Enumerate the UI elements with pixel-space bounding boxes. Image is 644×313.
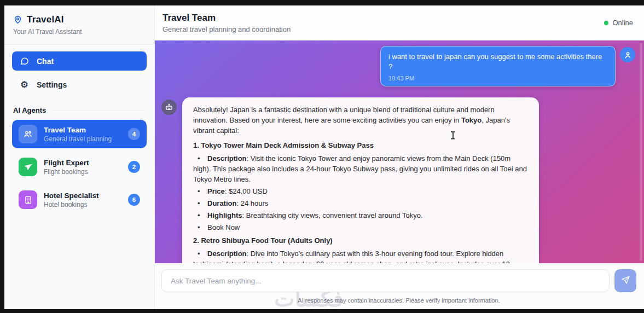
- message-bullet: •Price: $24.00 USD: [193, 186, 528, 196]
- chat-bubble-icon: [20, 56, 29, 66]
- bullet-icon: •: [198, 222, 202, 233]
- composer: فكسات AI responses may contain inaccurac…: [155, 263, 644, 309]
- agent-texts: Flight ExpertFlight bookings: [44, 159, 121, 176]
- message-bullet: •Highlights: Breathtaking city views, co…: [193, 210, 528, 221]
- user-message-bubble: i want to travel to japan can you sugges…: [380, 46, 616, 86]
- agent-title: Hotel Specialist: [44, 192, 121, 200]
- main-panel: Travel Team General travel planning and …: [155, 5, 644, 309]
- section-rule: [51, 110, 146, 111]
- agent-list: Travel TeamGeneral travel planning4Fligh…: [4, 120, 154, 214]
- app-window: TravelAI Your AI Travel Assistant Chat ⚙…: [4, 5, 644, 309]
- bullet-icon: •: [198, 198, 202, 208]
- plane-icon: [19, 158, 37, 176]
- sidebar-item-settings[interactable]: ⚙ Settings: [12, 75, 147, 94]
- online-dot-icon: [604, 21, 608, 25]
- ai-robot-avatar: [161, 100, 177, 115]
- ai-agents-section-header: AI Agents: [13, 106, 146, 114]
- message-bullet: •Description: Dive into Tokyo's culinary…: [193, 248, 528, 263]
- agent-subtitle: Flight bookings: [44, 168, 121, 176]
- chat-scrollbar[interactable]: [640, 43, 642, 261]
- agent-texts: Hotel SpecialistHotel bookings: [44, 192, 121, 208]
- agent-unread-badge: 4: [128, 128, 140, 140]
- user-message-row: i want to travel to japan can you sugges…: [161, 46, 635, 86]
- building-icon: [19, 190, 37, 209]
- bullet-icon: •: [198, 153, 202, 164]
- agent-unread-badge: 6: [128, 194, 140, 206]
- agent-texts: Travel TeamGeneral travel planning: [44, 126, 121, 143]
- status-indicator: Online: [604, 19, 633, 27]
- message-heading: 2. Retro Shibuya Food Tour (Adults Only): [193, 235, 528, 246]
- chat-header: Travel Team General travel planning and …: [155, 5, 644, 40]
- ai-message-row: Absolutely! Japan is a fantastic destina…: [161, 97, 635, 263]
- sidebar-divider: [4, 44, 154, 45]
- chat-message-area[interactable]: i want to travel to japan can you sugges…: [155, 40, 644, 263]
- agent-item-hotel-specialist[interactable]: Hotel SpecialistHotel bookings6: [12, 186, 147, 214]
- message-bullet: •Duration: 24 hours: [193, 198, 528, 208]
- send-button[interactable]: [614, 269, 636, 292]
- ai-agents-title: AI Agents: [13, 106, 46, 114]
- brand-tagline: Your AI Travel Assistant: [13, 28, 146, 36]
- agent-unread-badge: 2: [128, 161, 140, 173]
- message-paragraph: Absolutely! Japan is a fantastic destina…: [193, 105, 528, 136]
- location-pin-icon: [13, 15, 22, 25]
- bullet-icon: •: [198, 248, 202, 259]
- send-paper-plane-icon: [621, 275, 630, 286]
- ai-message-bubble: Absolutely! Japan is a fantastic destina…: [182, 97, 539, 263]
- sidebar: TravelAI Your AI Travel Assistant Chat ⚙…: [4, 5, 155, 309]
- users-icon: [19, 125, 37, 143]
- message-bullet: •Book Now: [193, 222, 528, 233]
- user-message-text: i want to travel to japan can you sugges…: [388, 52, 607, 72]
- message-bullet: •Description: Visit the iconic Tokyo Tow…: [193, 153, 528, 184]
- gear-icon: ⚙: [20, 80, 29, 89]
- agent-item-flight-expert[interactable]: Flight ExpertFlight bookings2: [12, 153, 147, 181]
- agent-subtitle: General travel planning: [44, 135, 121, 143]
- sidebar-item-settings-label: Settings: [37, 80, 67, 89]
- brand: TravelAI Your AI Travel Assistant: [4, 5, 154, 41]
- sidebar-item-chat[interactable]: Chat: [12, 51, 147, 71]
- chat-title: Travel Team: [163, 13, 291, 24]
- status-label: Online: [612, 19, 633, 27]
- message-heading: 1. Tokyo Tower Main Deck Admission & Sub…: [193, 140, 528, 150]
- agent-item-travel-team[interactable]: Travel TeamGeneral travel planning4: [12, 120, 147, 148]
- chat-input[interactable]: [161, 269, 610, 292]
- user-avatar: [620, 47, 635, 62]
- bullet-icon: •: [198, 186, 202, 196]
- user-message-time: 10:43 PM: [388, 75, 607, 82]
- disclaimer-text: AI responses may contain inaccuracies. P…: [161, 297, 636, 304]
- chat-subtitle: General travel planning and coordination: [163, 25, 291, 33]
- bullet-icon: •: [198, 210, 202, 221]
- agent-title: Travel Team: [44, 126, 121, 134]
- ai-message-body: Absolutely! Japan is a fantastic destina…: [193, 105, 528, 263]
- agent-title: Flight Expert: [44, 159, 121, 167]
- brand-name: TravelAI: [27, 14, 64, 25]
- sidebar-item-chat-label: Chat: [37, 57, 54, 66]
- agent-subtitle: Hotel bookings: [44, 201, 121, 208]
- chat-header-texts: Travel Team General travel planning and …: [163, 13, 291, 33]
